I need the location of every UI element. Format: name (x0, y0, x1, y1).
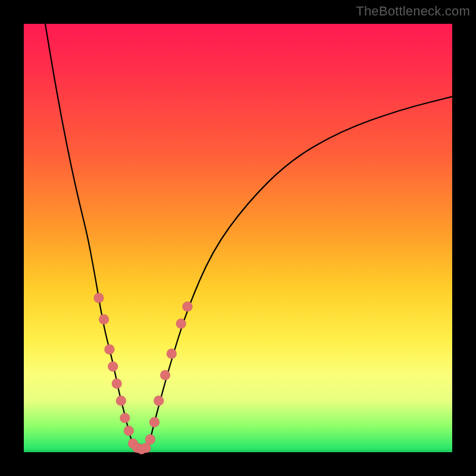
right-dot-1 (145, 434, 155, 444)
left-dot-1 (94, 293, 104, 303)
chart-frame: TheBottleneck.com (0, 0, 476, 476)
left-dot-5 (112, 378, 122, 389)
curve-right-branch (148, 96, 452, 447)
right-dot-5 (167, 349, 177, 359)
right-dot-4 (160, 370, 170, 380)
watermark-text: TheBottleneck.com (356, 4, 470, 19)
data-points-group (94, 293, 193, 454)
right-dot-6 (176, 319, 186, 329)
chart-svg (24, 24, 452, 452)
left-dot-2 (99, 314, 109, 324)
left-dot-6 (116, 396, 126, 406)
right-dot-2 (149, 417, 159, 427)
left-dot-3 (105, 345, 115, 355)
right-dot-7 (183, 302, 193, 312)
plot-area (24, 24, 452, 452)
left-dot-8 (124, 426, 134, 436)
right-dot-3 (154, 396, 164, 406)
left-dot-4 (108, 362, 118, 372)
left-dot-7 (120, 413, 130, 423)
